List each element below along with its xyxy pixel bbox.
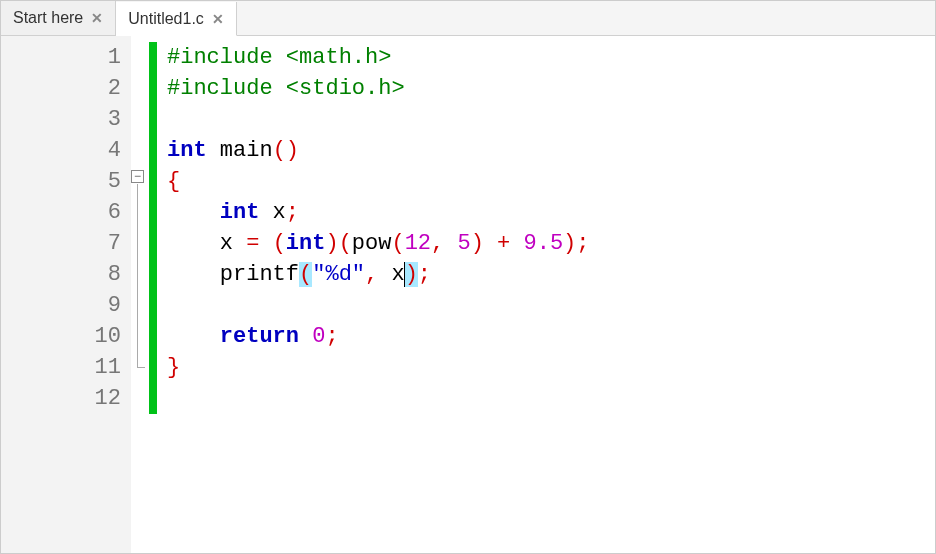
- line-number: 6: [1, 197, 131, 228]
- code-line: [167, 104, 935, 135]
- code-line: [167, 383, 935, 414]
- line-number: 11: [1, 352, 131, 383]
- tab-label: Untitled1.c: [128, 10, 204, 28]
- code-line: int x;: [167, 197, 935, 228]
- bracket-highlight: ): [405, 262, 418, 287]
- fold-end-icon: [137, 367, 145, 368]
- code-line: printf("%d", x);: [167, 259, 935, 290]
- code-line: int main(): [167, 135, 935, 166]
- line-number: 5: [1, 166, 131, 197]
- close-icon[interactable]: ✕: [91, 10, 103, 26]
- line-number-gutter: 1 2 3 4 5 6 7 8 9 10 11 12: [1, 36, 131, 554]
- line-number: 12: [1, 383, 131, 414]
- tab-bar: Start here ✕ Untitled1.c ✕: [1, 1, 935, 36]
- tab-untitled1-c[interactable]: Untitled1.c ✕: [116, 2, 237, 36]
- tab-label: Start here: [13, 9, 83, 27]
- line-number: 4: [1, 135, 131, 166]
- code-text-area[interactable]: #include <math.h> #include <stdio.h> int…: [159, 36, 935, 554]
- fold-toggle-icon[interactable]: −: [131, 170, 144, 183]
- close-icon[interactable]: ✕: [212, 11, 224, 27]
- line-number: 1: [1, 42, 131, 73]
- code-line: return 0;: [167, 321, 935, 352]
- code-line: }: [167, 352, 935, 383]
- line-number: 8: [1, 259, 131, 290]
- editor-area[interactable]: 1 2 3 4 5 6 7 8 9 10 11 12 − #include <m…: [1, 36, 935, 554]
- line-number: 3: [1, 104, 131, 135]
- fold-marker-gutter: −: [131, 36, 159, 554]
- code-line: x = (int)(pow(12, 5) + 9.5);: [167, 228, 935, 259]
- code-line: [167, 290, 935, 321]
- line-number: 9: [1, 290, 131, 321]
- code-line: {: [167, 166, 935, 197]
- tab-start-here[interactable]: Start here ✕: [1, 1, 116, 35]
- change-bar-icon: [149, 42, 157, 414]
- code-line: #include <math.h>: [167, 42, 935, 73]
- code-line: #include <stdio.h>: [167, 73, 935, 104]
- line-number: 7: [1, 228, 131, 259]
- line-number: 2: [1, 73, 131, 104]
- bracket-highlight: (: [299, 262, 312, 287]
- fold-guide-icon: [137, 184, 138, 367]
- line-number: 10: [1, 321, 131, 352]
